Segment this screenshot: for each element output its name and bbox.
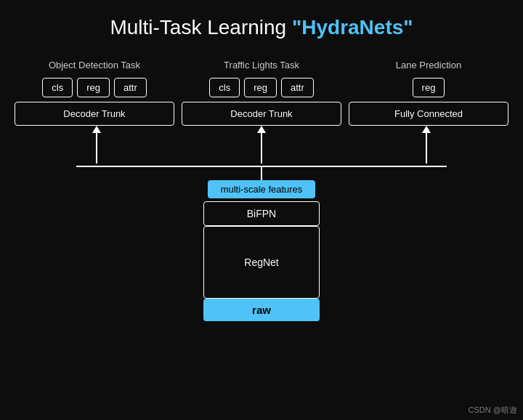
arrowhead-center	[257, 126, 266, 133]
task-label-lane-prediction: Lane Prediction	[396, 60, 461, 70]
box-reg-od: reg	[77, 78, 110, 97]
regnet-box: RegNet	[203, 226, 320, 299]
arrow-col-center	[179, 126, 344, 166]
task-label-traffic-lights: Traffic Lights Task	[224, 60, 299, 70]
columns-area: Object Detection Task cls reg attr Decod…	[15, 60, 508, 126]
task-column-object-detection: Object Detection Task cls reg attr Decod…	[15, 60, 174, 126]
bifpn-box: BiFPN	[203, 201, 320, 226]
arrowhead-left	[92, 126, 101, 133]
fully-connected-lp: Fully Connected	[349, 102, 508, 126]
decoder-trunk-od: Decoder Trunk	[15, 102, 174, 126]
box-attr-tl: attr	[281, 78, 314, 97]
watermark-text: CSDN @暗遊	[469, 405, 517, 414]
decoder-trunk-tl: Decoder Trunk	[182, 102, 341, 126]
arrow-line-left	[96, 133, 97, 163]
task-column-traffic-lights: Traffic Lights Task cls reg attr Decoder…	[182, 60, 341, 126]
raw-badge: raw	[203, 299, 320, 321]
vertical-connector-top	[261, 167, 262, 180]
watermark: CSDN @暗遊	[469, 405, 517, 416]
arrow-col-left	[15, 126, 179, 166]
arrow-line-right	[426, 133, 427, 163]
arrow-up-left	[92, 126, 101, 166]
bottom-section: multi-scale features BiFPN RegNet raw	[15, 180, 508, 321]
small-boxes-lane-prediction: reg	[413, 78, 445, 97]
arrow-area	[15, 126, 508, 166]
arrow-col-right	[344, 126, 508, 166]
small-boxes-traffic-lights: cls reg attr	[209, 78, 313, 97]
box-cls-od: cls	[42, 78, 73, 97]
title-highlight: "HydraNets"	[292, 16, 413, 39]
task-label-object-detection: Object Detection Task	[49, 60, 140, 70]
box-reg-tl: reg	[244, 78, 277, 97]
title-area: Multi-Task Learning "HydraNets"	[110, 16, 413, 39]
arrow-up-center	[257, 126, 266, 166]
small-boxes-object-detection: cls reg attr	[42, 78, 146, 97]
arrow-line-center	[261, 133, 262, 163]
box-attr-od: attr	[114, 78, 147, 97]
multiscale-badge: multi-scale features	[208, 180, 316, 198]
title-normal: Multi-Task Learning	[110, 16, 292, 39]
page-container: Multi-Task Learning "HydraNets" Object D…	[0, 0, 523, 420]
box-reg-lp: reg	[413, 78, 445, 97]
arrow-up-right	[422, 126, 431, 166]
task-column-lane-prediction: Lane Prediction reg Fully Connected	[349, 60, 508, 126]
box-cls-tl: cls	[209, 78, 240, 97]
arrowhead-right	[422, 126, 431, 133]
